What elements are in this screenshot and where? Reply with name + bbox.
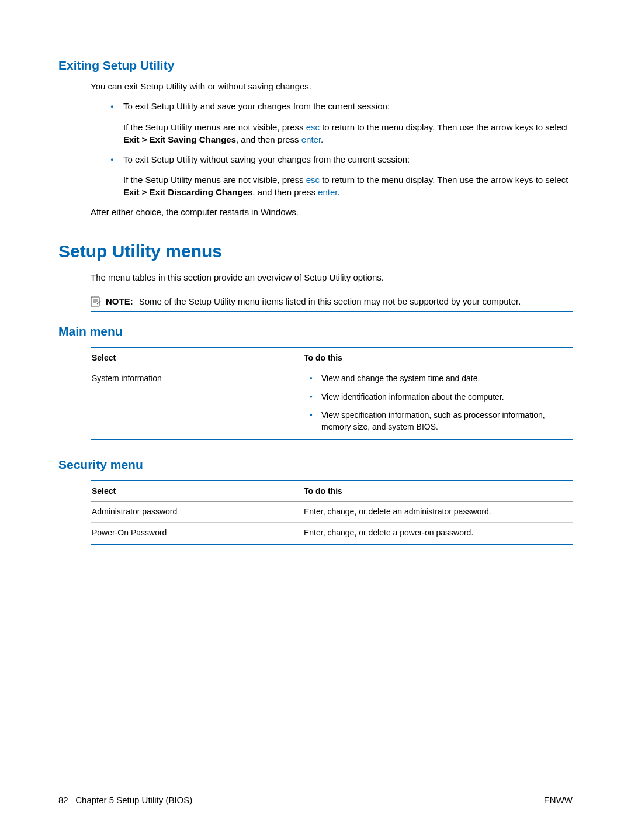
text-fragment: If the Setup Utility menus are not visib… — [123, 175, 306, 185]
note-block: NOTE:Some of the Setup Utility menu item… — [91, 292, 573, 312]
text-fragment: If the Setup Utility menus are not visib… — [123, 122, 306, 132]
security-menu-table: Select To do this Administrator password… — [91, 480, 573, 545]
svg-rect-0 — [91, 297, 99, 306]
main-menu-table: Select To do this System information Vie… — [91, 347, 573, 440]
table-cell-select: Power-On Password — [91, 523, 303, 544]
menu-path-bold: Exit > Exit Discarding Changes — [123, 187, 252, 197]
table-cell-select: Administrator password — [91, 501, 303, 523]
heading-security-menu: Security menu — [58, 458, 573, 472]
footer-right: ENWW — [544, 795, 573, 805]
heading-main-menu: Main menu — [58, 324, 573, 338]
page-footer: 82 Chapter 5 Setup Utility (BIOS) ENWW — [58, 795, 573, 805]
key-esc: esc — [306, 122, 320, 132]
list-item-text: To exit Setup Utility and save your chan… — [123, 101, 390, 111]
table-cell-select: System information — [91, 368, 303, 440]
list-item: To exit Setup Utility and save your chan… — [108, 101, 573, 112]
table-header-todo: To do this — [303, 481, 573, 502]
table-header-todo: To do this — [303, 347, 573, 368]
key-enter: enter — [301, 134, 321, 144]
note-text: Some of the Setup Utility menu items lis… — [139, 296, 521, 306]
text-fragment: to return to the menu display. Then use … — [320, 122, 568, 132]
table-row: System information View and change the s… — [91, 368, 573, 440]
table-row: Administrator password Enter, change, or… — [91, 501, 573, 523]
paragraph: After either choice, the computer restar… — [91, 206, 573, 218]
table-row: Power-On Password Enter, change, or dele… — [91, 523, 573, 544]
table-header-select: Select — [91, 481, 303, 502]
paragraph: The menu tables in this section provide … — [91, 272, 573, 284]
list-item: To exit Setup Utility without saving you… — [108, 154, 573, 165]
table-cell-todo: View and change the system time and date… — [303, 368, 573, 440]
list-item: View and change the system time and date… — [304, 373, 571, 385]
text-fragment: , and then press — [252, 187, 318, 197]
list-item-text: To exit Setup Utility without saving you… — [123, 154, 410, 164]
note-label: NOTE: — [106, 296, 133, 306]
text-fragment: . — [337, 187, 339, 197]
table-cell-todo: Enter, change, or delete an administrato… — [303, 501, 573, 523]
table-cell-todo: Enter, change, or delete a power-on pass… — [303, 523, 573, 544]
list-item: View specification information, such as … — [304, 410, 571, 433]
chapter-label: Chapter 5 Setup Utility (BIOS) — [75, 795, 192, 805]
menu-path-bold: Exit > Exit Saving Changes — [123, 134, 236, 144]
text-fragment: . — [321, 134, 323, 144]
heading-exiting-setup-utility: Exiting Setup Utility — [58, 58, 573, 72]
key-enter: enter — [318, 187, 337, 197]
key-esc: esc — [306, 175, 320, 185]
text-fragment: , and then press — [236, 134, 301, 144]
table-header-select: Select — [91, 347, 303, 368]
page-number: 82 — [58, 795, 68, 805]
text-fragment: to return to the menu display. Then use … — [320, 175, 568, 185]
note-icon — [91, 295, 102, 307]
heading-setup-utility-menus: Setup Utility menus — [58, 241, 573, 261]
paragraph: You can exit Setup Utility with or witho… — [91, 81, 573, 92]
paragraph: If the Setup Utility menus are not visib… — [123, 121, 573, 146]
list-item: View identification information about th… — [304, 392, 571, 403]
paragraph: If the Setup Utility menus are not visib… — [123, 174, 573, 198]
